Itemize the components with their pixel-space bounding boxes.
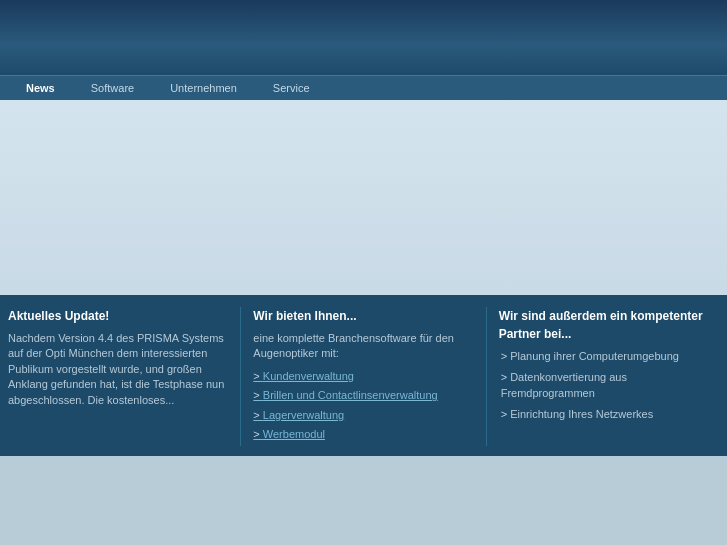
partner-item-2: Datenkonvertierung aus Fremdprogrammen — [499, 370, 719, 401]
nav-item-service[interactable]: Service — [255, 76, 328, 100]
header — [0, 0, 727, 75]
divider-2 — [486, 307, 487, 446]
partner-item-1: Planung ihrer Computerumgebung — [499, 349, 719, 364]
nav-item-software[interactable]: Software — [73, 76, 152, 100]
link-werbemodul[interactable]: Werbemodul — [253, 426, 473, 443]
link-brillen[interactable]: Brillen und Contactlinsenverwaltung — [253, 387, 473, 404]
main-banner — [0, 100, 727, 295]
col2-intro: eine komplette Branchensoftware für den … — [253, 331, 473, 362]
col-services: Wir bieten Ihnen... eine komplette Branc… — [253, 307, 473, 446]
col2-heading: Wir bieten Ihnen... — [253, 307, 473, 325]
navbar: News Software Unternehmen Service — [0, 75, 727, 100]
link-kundenverwaltung[interactable]: Kundenverwaltung — [253, 368, 473, 385]
partner-item-3: Einrichtung Ihres Netzwerkes — [499, 407, 719, 422]
col3-heading: Wir sind außerdem ein kompetenter Partne… — [499, 307, 719, 343]
link-lagerverwaltung[interactable]: Lagerverwaltung — [253, 407, 473, 424]
col1-body: Nachdem Version 4.4 des PRISMA Systems a… — [8, 331, 228, 408]
nav-item-news[interactable]: News — [8, 76, 73, 100]
nav-item-unternehmen[interactable]: Unternehmen — [152, 76, 255, 100]
col1-heading: Aktuelles Update! — [8, 307, 228, 325]
col-update: Aktuelles Update! Nachdem Version 4.4 de… — [8, 307, 228, 446]
divider-1 — [240, 307, 241, 446]
bottom-content: Aktuelles Update! Nachdem Version 4.4 de… — [0, 295, 727, 456]
col-partner: Wir sind außerdem ein kompetenter Partne… — [499, 307, 719, 446]
